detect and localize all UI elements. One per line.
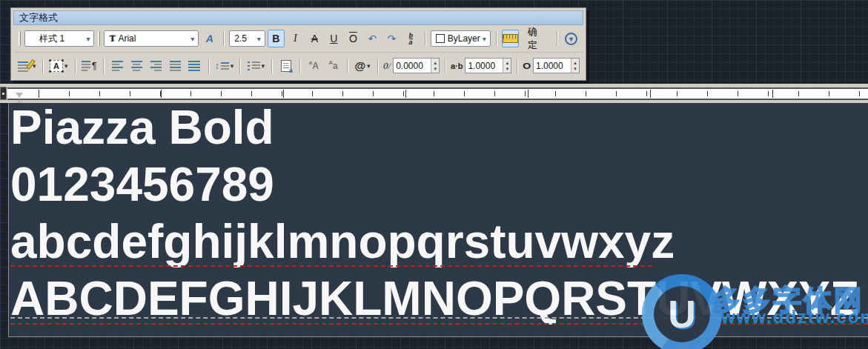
text-color-select[interactable]: ByLayer ▾ <box>431 30 491 47</box>
stack-fraction-icon: ba <box>409 33 414 45</box>
spinner-arrows[interactable]: ▲▼ <box>431 59 439 73</box>
undo-button[interactable]: ↶ <box>364 30 381 47</box>
italic-label: I <box>294 33 297 44</box>
oblique-angle-value: 0.0000 <box>394 61 431 71</box>
separator <box>557 31 557 46</box>
width-factor-spinner[interactable]: 1.0000 ▲▼ <box>533 58 580 73</box>
underline-label: U <box>330 33 337 44</box>
font-select[interactable]: T Arial ▾ <box>104 30 199 47</box>
chevron-down-icon: ▾ <box>367 62 371 70</box>
pilcrow-glyph: ¶ <box>92 61 96 71</box>
red-dashed-guide <box>10 265 652 267</box>
logo-letter: U <box>668 292 696 336</box>
separator <box>239 59 240 73</box>
align-left-button[interactable] <box>109 57 126 75</box>
align-right-button[interactable] <box>148 57 165 75</box>
insert-field-button[interactable] <box>277 57 294 75</box>
chevron-down-icon: ▾ <box>64 62 68 70</box>
toolbar-row-2: ▾ A ▾ ¶ ↕ ▾ <box>13 52 583 79</box>
ddztw-logo-icon: U <box>642 274 722 349</box>
separator <box>299 59 300 73</box>
toolbar-grip[interactable] <box>19 31 21 46</box>
numbering-button[interactable]: ▾ <box>245 57 266 75</box>
strikethrough-label: A <box>311 33 318 44</box>
uppercase-button[interactable]: aA <box>305 57 322 75</box>
tab-style-box[interactable] <box>0 87 7 100</box>
stack-fraction-button[interactable]: ba <box>402 30 420 47</box>
separator <box>517 59 517 73</box>
justification-icon: A <box>50 60 63 72</box>
underline-button[interactable]: U <box>325 30 342 47</box>
overline-button[interactable]: O <box>345 30 362 47</box>
preview-line-name[interactable]: Piazza Bold <box>10 99 859 156</box>
text-height-select[interactable]: 2.5 ▾ <box>229 30 265 47</box>
separator <box>496 31 497 46</box>
columns-dropdown-button[interactable]: ▾ <box>17 57 37 75</box>
chevron-down-icon: ▾ <box>231 62 234 70</box>
color-swatch <box>436 34 445 43</box>
preview-line-digits[interactable]: 0123456789 <box>10 156 859 213</box>
autocad-drawing-canvas[interactable]: 文字格式 样式 1 ▾ T Arial ▾ A 2.5 ▾ B <box>0 0 868 349</box>
preview-line-lowercase[interactable]: abcdefghijklmnopqrstuvwxyz <box>10 213 859 270</box>
uppercase-icon: aA <box>309 61 319 71</box>
bold-button[interactable]: B <box>268 30 285 47</box>
chevron-down-icon: ▾ <box>480 35 488 43</box>
dialog-title: 文字格式 <box>19 12 58 23</box>
align-center-button[interactable] <box>128 57 145 75</box>
overline-label: O <box>349 33 357 44</box>
separator <box>347 59 348 73</box>
toolbar-grip[interactable] <box>98 31 100 46</box>
insert-field-icon <box>281 60 291 72</box>
ruler-toggle-button[interactable] <box>502 30 519 47</box>
separator <box>425 31 425 46</box>
tracking-icon: a·b <box>451 62 463 70</box>
truetype-icon: T <box>109 33 115 44</box>
strikethrough-button[interactable]: A <box>306 30 323 47</box>
mtext-justification-button[interactable]: A ▾ <box>47 57 70 75</box>
annotative-icon: A <box>205 33 215 44</box>
redo-button[interactable]: ↷ <box>383 30 400 47</box>
symbol-button[interactable]: @ ▾ <box>353 57 373 75</box>
text-format-dialog: 文字格式 样式 1 ▾ T Arial ▾ A 2.5 ▾ B <box>10 7 586 81</box>
justify-icon <box>170 61 181 71</box>
justify-button[interactable] <box>167 57 184 75</box>
text-style-select[interactable]: 样式 1 ▾ <box>24 30 95 47</box>
italic-button[interactable]: I <box>287 30 304 47</box>
ruler[interactable] <box>7 87 868 100</box>
undo-icon: ↶ <box>368 33 377 44</box>
line-spacing-button[interactable]: ↕ ▾ <box>213 57 234 75</box>
separator <box>445 59 445 73</box>
separator <box>377 59 378 73</box>
spinner-arrows[interactable]: ▲▼ <box>571 59 579 73</box>
ruler-ticks <box>7 89 868 99</box>
lowercase-button[interactable]: Aa <box>325 57 342 75</box>
watermark-url: www.ddztw.com <box>721 307 868 328</box>
lowercase-icon: Aa <box>328 61 337 71</box>
chevron-down-icon: ▾ <box>262 62 265 70</box>
spinner-arrows[interactable]: ▲▼ <box>503 59 511 73</box>
separator <box>75 59 76 73</box>
tracking-value: 1.0000 <box>466 61 503 71</box>
align-center-icon <box>131 61 142 71</box>
options-button[interactable]: ▾ <box>563 30 580 47</box>
paragraph-icon <box>82 61 90 71</box>
text-height-value: 2.5 <box>234 33 247 44</box>
annotative-button[interactable]: A <box>201 30 218 47</box>
text-color-value: ByLayer <box>448 33 480 44</box>
separator <box>42 59 43 73</box>
oblique-angle-icon: 0/ <box>383 60 391 72</box>
dialog-titlebar[interactable]: 文字格式 <box>13 10 583 25</box>
columns-icon <box>18 60 31 72</box>
ok-button[interactable]: 确定 <box>521 30 551 47</box>
tracking-spinner[interactable]: 1.0000 ▲▼ <box>465 58 511 73</box>
width-factor-icon: O <box>523 61 531 70</box>
toolbar-row-1: 样式 1 ▾ T Arial ▾ A 2.5 ▾ B I A U O ↶ ↷ <box>13 25 583 52</box>
distribute-button[interactable] <box>186 57 203 75</box>
ok-label: 确定 <box>528 25 545 52</box>
chevron-down-icon: ▾ <box>84 35 92 43</box>
distribute-icon <box>188 61 200 71</box>
paragraph-button[interactable]: ¶ <box>81 57 98 75</box>
font-value: Arial <box>118 33 136 44</box>
line-spacing-icon: ↕ <box>215 61 229 71</box>
oblique-angle-spinner[interactable]: 0.0000 ▲▼ <box>393 58 440 73</box>
